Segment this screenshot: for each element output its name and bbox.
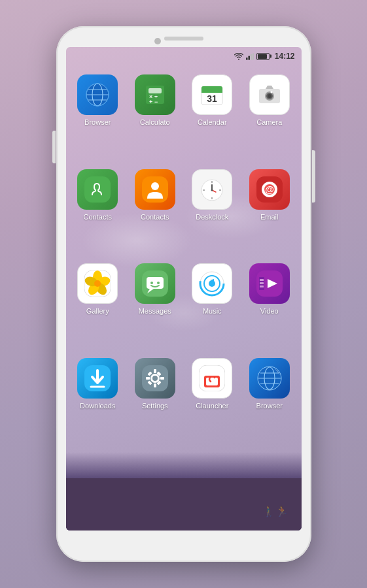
figure-icon: 🚶‍♂️🏃🚶 xyxy=(262,503,288,521)
video-label: Video xyxy=(260,307,279,316)
contacts-green-icon xyxy=(77,169,118,210)
browser-icon xyxy=(77,74,118,115)
svg-point-0 xyxy=(238,59,239,60)
contacts-o-svg xyxy=(142,176,168,203)
svg-text:+: + xyxy=(149,99,152,105)
gallery-svg xyxy=(84,270,111,297)
svg-rect-73 xyxy=(160,377,164,380)
app-contacts-green[interactable]: Contacts xyxy=(73,169,124,257)
app-video[interactable]: Video xyxy=(244,263,295,351)
svg-text:🚶‍♂️🏃🚶: 🚶‍♂️🏃🚶 xyxy=(262,505,288,517)
svg-rect-2 xyxy=(248,56,250,59)
calculator-icon: × ÷ + − xyxy=(135,74,175,115)
svg-point-25 xyxy=(268,94,271,98)
downloads-label: Downloads xyxy=(80,402,115,410)
svg-point-54 xyxy=(157,282,160,284)
svg-text:−: − xyxy=(154,99,158,105)
clauncher-icon xyxy=(192,358,232,399)
svg-point-26 xyxy=(270,91,272,93)
clauncher-label: Clauncher xyxy=(196,402,228,410)
calendar-label: Calendar xyxy=(198,118,227,127)
app-downloads[interactable]: Downloads xyxy=(73,358,124,446)
signal-icon xyxy=(246,53,254,60)
dl-svg xyxy=(84,365,111,391)
msg-svg xyxy=(142,270,168,297)
svg-rect-63 xyxy=(260,286,264,287)
email-label: Email xyxy=(260,213,279,221)
contacts-g-svg xyxy=(84,176,111,203)
deskclock-label: Deskclock xyxy=(196,213,228,221)
gallery-icon xyxy=(77,263,118,304)
settings-svg xyxy=(142,365,168,391)
browser2-icon xyxy=(249,358,290,399)
svg-point-29 xyxy=(151,182,159,190)
cam-svg xyxy=(256,82,283,108)
downloads-icon xyxy=(77,358,118,399)
email-svg: @ xyxy=(256,176,283,203)
calc-svg: × ÷ + − xyxy=(142,82,168,108)
svg-rect-13 xyxy=(149,88,162,93)
svg-text:@: @ xyxy=(265,184,274,195)
app-camera[interactable]: Camera xyxy=(244,74,295,163)
app-settings[interactable]: Settings xyxy=(130,358,181,446)
contacts-orange-label: Contacts xyxy=(141,213,169,221)
app-browser2[interactable]: Browser xyxy=(244,358,295,446)
camera-label: Camera xyxy=(256,118,282,127)
music-svg xyxy=(199,270,225,297)
contacts-orange-icon xyxy=(135,169,175,210)
messages-icon xyxy=(135,263,175,304)
svg-rect-1 xyxy=(246,57,248,59)
app-messages[interactable]: Messages xyxy=(130,263,181,351)
camera-icon xyxy=(249,74,290,115)
svg-rect-3 xyxy=(251,54,253,60)
clock-svg xyxy=(199,176,225,203)
cl-svg xyxy=(199,365,225,391)
gallery-label: Gallery xyxy=(86,307,109,316)
browser2-svg xyxy=(256,365,283,391)
music-label: Music xyxy=(203,307,222,316)
svg-rect-71 xyxy=(154,384,156,387)
battery-icon xyxy=(256,53,270,60)
svg-rect-27 xyxy=(84,176,111,203)
svg-point-69 xyxy=(152,376,158,381)
app-grid: Browser × ÷ + − Calculato xyxy=(66,65,302,452)
app-music[interactable]: Music xyxy=(187,263,238,351)
contacts-green-label: Contacts xyxy=(84,213,112,221)
front-camera xyxy=(154,38,161,44)
browser2-label: Browser xyxy=(256,402,283,410)
app-browser[interactable]: Browser xyxy=(73,74,124,163)
svg-rect-72 xyxy=(146,377,150,380)
svg-rect-61 xyxy=(260,279,264,281)
app-email[interactable]: @ Email xyxy=(244,169,295,257)
svg-rect-20 xyxy=(201,90,222,93)
phone-frame: 14:12 Browser xyxy=(56,26,311,562)
status-time: 14:12 xyxy=(275,52,295,61)
video-svg xyxy=(256,270,283,297)
email-icon: @ xyxy=(249,169,290,210)
svg-rect-70 xyxy=(154,369,156,373)
app-gallery[interactable]: Gallery xyxy=(73,263,124,351)
wifi-icon xyxy=(234,53,243,60)
svg-rect-4 xyxy=(253,53,254,59)
browser-svg xyxy=(84,82,111,108)
app-deskclock[interactable]: Deskclock xyxy=(187,169,238,257)
video-icon xyxy=(249,263,290,304)
svg-rect-80 xyxy=(206,378,218,385)
calendar-icon: 31 xyxy=(192,74,232,115)
browser-label: Browser xyxy=(84,118,111,127)
app-calendar[interactable]: 31 Calendar xyxy=(187,74,238,163)
settings-label: Settings xyxy=(142,402,168,410)
svg-text:31: 31 xyxy=(207,93,217,104)
cal-svg: 31 xyxy=(199,82,225,108)
deskclock-icon xyxy=(192,169,232,210)
svg-point-38 xyxy=(211,189,213,191)
app-calculator[interactable]: × ÷ + − Calculato xyxy=(130,74,181,163)
app-contacts-orange[interactable]: Contacts xyxy=(130,169,181,257)
settings-icon xyxy=(135,358,175,399)
status-bar: 14:12 xyxy=(66,47,302,65)
app-clauncher[interactable]: Clauncher xyxy=(187,358,238,446)
status-icons: 14:12 xyxy=(234,52,295,61)
speaker xyxy=(164,37,203,41)
svg-point-53 xyxy=(150,282,153,284)
calculator-label: Calculato xyxy=(140,118,170,127)
